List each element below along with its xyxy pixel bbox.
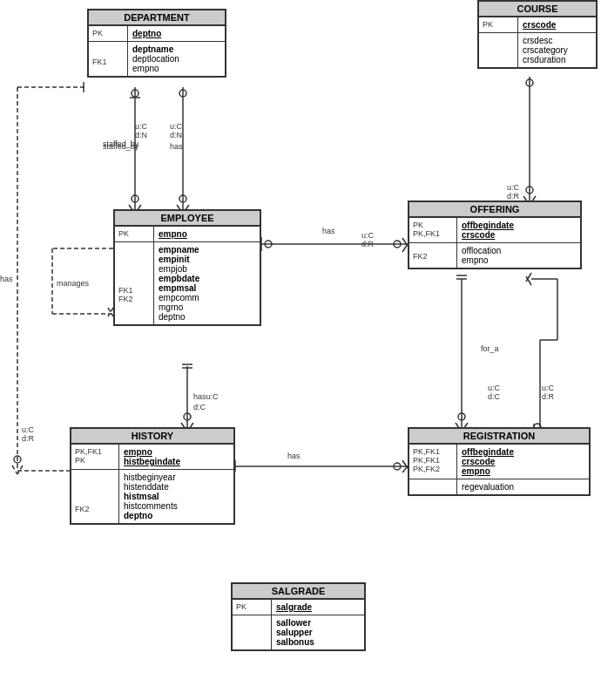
emp-empmsal: empmsal: [159, 283, 255, 293]
entity-offering-header: OFFERING: [409, 202, 580, 218]
svg-point-10: [179, 90, 186, 97]
reg-pk-col: PK,FK1 PK,FK1 PK,FK2: [409, 445, 457, 479]
emp-pk-attr: empno: [154, 227, 260, 241]
sal-pk-attr: salgrade: [272, 600, 364, 615]
entity-course-pk: PK crscode: [479, 17, 596, 33]
hist-empno: empno: [124, 447, 229, 457]
off-attrs: offlocation empno: [457, 243, 580, 268]
reg-offbegindate: offbegindate: [462, 447, 584, 457]
hist-histcomments: histcomments: [124, 501, 229, 511]
hist-histbegindate: histbegindate: [124, 457, 229, 466]
course-pk-attr: crscode: [518, 17, 596, 32]
svg-point-50: [14, 456, 21, 463]
dept-pk-attr: deptno: [128, 26, 225, 41]
label-uc3: u:C: [361, 231, 374, 240]
entity-registration-header: REGISTRATION: [409, 429, 589, 445]
entity-course-attrs: crsdesc crscategory crsduration: [479, 33, 596, 67]
off-fk-col: FK2: [409, 243, 457, 268]
svg-line-48: [12, 466, 17, 474]
emp-mgrno: mgrno: [159, 302, 255, 312]
label-dr7: d:R: [22, 434, 34, 443]
hist-deptno: deptno: [124, 511, 229, 520]
entity-history-attrs: FK2 histbeginyear histenddate histmsal h…: [71, 470, 233, 523]
label-hasd: d:C: [193, 403, 206, 411]
label-uc1: u:C: [135, 122, 147, 131]
dept-attrs: deptname deptlocation empno: [128, 42, 225, 76]
svg-point-14: [394, 241, 401, 248]
emp-empcomm: empcomm: [159, 293, 255, 302]
hist-attrs: histbeginyear histenddate histmsal histc…: [119, 470, 233, 523]
entity-offering-attrs: FK2 offlocation empno: [409, 243, 580, 268]
entity-salgrade-header: SALGRADE: [233, 584, 364, 600]
svg-point-39: [526, 187, 533, 194]
off-offlocation: offlocation: [462, 246, 576, 255]
label-dr3: d:R: [361, 240, 374, 248]
svg-point-16: [265, 241, 272, 248]
entity-department-pk: PK deptno: [89, 26, 225, 42]
off-pk-attrs: offbegindate crscode: [457, 218, 580, 242]
reg-attrs: regevaluation: [457, 479, 589, 494]
sal-salupper: salupper: [276, 628, 360, 637]
label-dn1: d:N: [135, 131, 147, 139]
label-staffed-by: staffed_by: [103, 142, 138, 151]
dept-deptname: deptname: [132, 44, 220, 54]
label-uc6: u:C: [507, 183, 519, 192]
course-fk-col: [479, 33, 518, 67]
dept-empno: empno: [132, 64, 220, 73]
svg-line-57: [526, 276, 531, 285]
course-crsdesc: crsdesc: [523, 36, 591, 45]
entity-employee-header: EMPLOYEE: [115, 211, 260, 227]
sal-sallower: sallower: [276, 618, 360, 628]
off-empno: empno: [462, 255, 576, 265]
emp-empinit: empinit: [159, 255, 255, 264]
course-attrs: crsdesc crscategory crsduration: [518, 33, 596, 67]
label-dn2: d:N: [170, 131, 182, 139]
off-pk-col: PK PK,FK1: [409, 218, 457, 242]
label-dr5: d:R: [542, 392, 554, 401]
entity-offering-pk: PK PK,FK1 offbegindate crscode: [409, 218, 580, 243]
hist-histbeginyear: histbeginyear: [124, 472, 229, 482]
entity-course: COURSE PK crscode crsdesc crscategory cr…: [477, 0, 598, 69]
emp-deptno: deptno: [159, 312, 255, 322]
dept-pk-label: PK: [89, 26, 128, 41]
course-crsduration: crsduration: [523, 55, 591, 65]
reg-fk-col: [409, 479, 457, 494]
emp-empjob: empjob: [159, 264, 255, 274]
svg-point-34: [394, 463, 401, 470]
emp-pk-label: PK: [115, 227, 154, 241]
hist-pk-col: PK,FK1 PK: [71, 445, 119, 469]
label-has-hist: has: [287, 452, 300, 460]
label-uc2: u:C: [170, 122, 182, 131]
reg-empno: empno: [462, 466, 584, 476]
entity-salgrade-pk: PK salgrade: [233, 600, 364, 615]
label-uc5: u:C: [542, 384, 554, 392]
entity-registration-attrs: regevaluation: [409, 479, 589, 494]
dept-fk-col: FK1: [89, 42, 128, 76]
entity-salgrade-attrs: sallower salupper salbonus: [233, 615, 364, 649]
dept-deptlocation: deptlocation: [132, 54, 220, 64]
entity-salgrade: SALGRADE PK salgrade sallower salupper s…: [231, 582, 366, 651]
entity-course-header: COURSE: [479, 2, 596, 17]
emp-attrs: empname empinit empjob empbdate empmsal …: [154, 242, 260, 324]
entity-department-attrs: FK1 deptname deptlocation empno: [89, 42, 225, 76]
reg-pk-attrs: offbegindate crscode empno: [457, 445, 589, 479]
svg-point-9: [179, 195, 186, 202]
reg-regevaluation: regevaluation: [462, 482, 584, 492]
label-has-emp-off: has: [322, 227, 335, 235]
hist-histenddate: histenddate: [124, 482, 229, 492]
svg-point-4: [132, 90, 138, 97]
entity-offering: OFFERING PK PK,FK1 offbegindate crscode …: [408, 200, 582, 269]
entity-department-header: DEPARTMENT: [89, 10, 225, 26]
entity-history-header: HISTORY: [71, 429, 233, 445]
entity-employee: EMPLOYEE PK empno FK1 FK2 empname empini…: [113, 209, 261, 326]
label-has-dept: has: [170, 142, 183, 151]
label-uc4: u:C: [488, 384, 500, 392]
label-has-left: has: [0, 275, 13, 283]
label-hasu: hasu:C: [193, 392, 219, 401]
course-crscategory: crscategory: [523, 45, 591, 55]
off-offbegindate: offbegindate: [462, 221, 576, 230]
svg-point-22: [458, 413, 465, 420]
label-uc7: u:C: [22, 425, 34, 434]
entity-registration: REGISTRATION PK,FK1 PK,FK1 PK,FK2 offbeg…: [408, 427, 591, 496]
entity-registration-pk: PK,FK1 PK,FK1 PK,FK2 offbegindate crscod…: [409, 445, 589, 479]
